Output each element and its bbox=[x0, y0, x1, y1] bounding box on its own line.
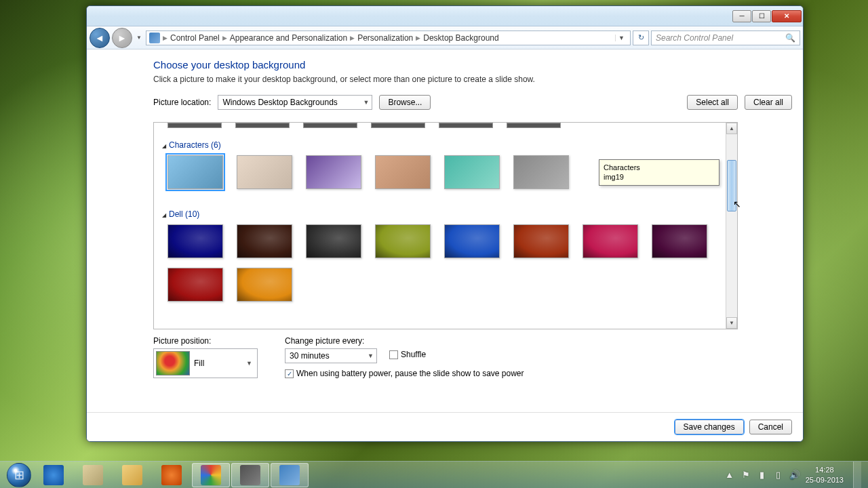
wallpaper-thumb[interactable] bbox=[167, 268, 223, 302]
minimize-button[interactable]: ─ bbox=[732, 10, 751, 22]
footer: Save changes Cancel bbox=[87, 412, 803, 441]
wallpaper-thumb-peek[interactable] bbox=[167, 123, 222, 128]
wallpaper-thumb-peek[interactable] bbox=[507, 123, 561, 128]
taskbar-ie[interactable] bbox=[35, 463, 73, 487]
scroll-down-button[interactable]: ▼ bbox=[726, 317, 737, 329]
taskbar: ▲ ⚑ ▮ ▯ 🔊 14:28 25-09-2013 bbox=[0, 461, 868, 488]
crumb-sep-icon: ▶ bbox=[163, 35, 167, 41]
chevron-down-icon: ▼ bbox=[359, 99, 369, 106]
picture-location-value: Windows Desktop Backgrounds bbox=[222, 98, 337, 107]
battery-label: When using battery power, pause the slid… bbox=[296, 369, 524, 378]
page-title: Choose your desktop background bbox=[153, 59, 792, 70]
taskbar-chrome[interactable] bbox=[192, 463, 230, 487]
content-area: Choose your desktop background Click a p… bbox=[87, 49, 803, 441]
taskbar-camera[interactable] bbox=[231, 463, 269, 487]
close-button[interactable]: ✕ bbox=[772, 10, 802, 22]
back-button[interactable]: ◄ bbox=[90, 28, 110, 48]
wallpaper-thumb-peek[interactable] bbox=[235, 123, 290, 128]
wallpaper-thumb[interactable] bbox=[375, 155, 431, 189]
battery-checkbox[interactable]: ✓ bbox=[285, 369, 294, 378]
wallpaper-gallery: ◢Characters (6) Characters img19 ◢Dell (… bbox=[153, 122, 738, 329]
wallpaper-thumb[interactable] bbox=[306, 224, 361, 258]
shuffle-checkbox[interactable] bbox=[389, 350, 398, 359]
wallpaper-thumb[interactable] bbox=[444, 224, 500, 258]
wallpaper-thumb[interactable] bbox=[652, 224, 707, 258]
change-every-value: 30 minutes bbox=[290, 351, 330, 361]
change-every-combo[interactable]: 30 minutes ▼ bbox=[285, 348, 377, 363]
history-dropdown[interactable]: ▼ bbox=[134, 31, 144, 45]
wallpaper-thumb[interactable] bbox=[375, 224, 431, 258]
cancel-button[interactable]: Cancel bbox=[749, 420, 792, 434]
refresh-button[interactable]: ↻ bbox=[633, 30, 649, 45]
select-all-button[interactable]: Select all bbox=[687, 95, 738, 110]
titlebar: ─ ☐ ✕ bbox=[87, 6, 803, 26]
address-bar[interactable]: ▶ Control Panel ▶ Appearance and Persona… bbox=[146, 30, 631, 45]
crumb-desktop-background[interactable]: Desktop Background bbox=[423, 33, 498, 43]
wallpaper-thumb[interactable] bbox=[237, 268, 292, 302]
maximize-button[interactable]: ☐ bbox=[752, 10, 771, 22]
search-placeholder: Search Control Panel bbox=[656, 33, 733, 43]
position-preview-icon bbox=[156, 351, 190, 375]
scroll-track[interactable] bbox=[726, 134, 737, 317]
crumb-control-panel[interactable]: Control Panel bbox=[170, 33, 220, 43]
wallpaper-thumb[interactable] bbox=[513, 155, 569, 189]
wallpaper-thumb-peek[interactable] bbox=[371, 123, 425, 128]
tooltip: Characters img19 bbox=[599, 159, 719, 186]
notepad-icon bbox=[83, 465, 103, 485]
wallpaper-thumb[interactable] bbox=[444, 155, 500, 189]
tooltip-line1: Characters bbox=[604, 163, 715, 172]
taskbar-control-panel[interactable] bbox=[271, 463, 309, 487]
wallpaper-thumb[interactable] bbox=[306, 155, 361, 189]
wallpaper-thumb-peek[interactable] bbox=[439, 123, 493, 128]
taskbar-notepad[interactable] bbox=[74, 463, 112, 487]
start-button[interactable] bbox=[4, 462, 34, 489]
group-characters[interactable]: ◢Characters (6) bbox=[162, 140, 720, 150]
ie-icon bbox=[43, 465, 64, 485]
wallpaper-thumb-peek[interactable] bbox=[303, 123, 357, 128]
system-tray: ▲ ⚑ ▮ ▯ 🔊 14:28 25-09-2013 bbox=[724, 462, 864, 489]
volume-icon[interactable]: 🔊 bbox=[789, 470, 800, 481]
group-dell-label: Dell (10) bbox=[169, 209, 199, 219]
start-orb-icon bbox=[7, 463, 31, 487]
chrome-icon bbox=[201, 465, 221, 485]
wallpaper-thumb[interactable] bbox=[237, 155, 292, 189]
wallpaper-thumb[interactable] bbox=[167, 224, 223, 258]
clock-date: 25-09-2013 bbox=[806, 475, 844, 485]
scroll-up-button[interactable]: ▲ bbox=[726, 123, 737, 134]
scrollbar[interactable]: ▲ ▼ ↖ bbox=[726, 123, 737, 329]
picture-location-combo[interactable]: Windows Desktop Backgrounds ▼ bbox=[218, 95, 372, 110]
wallpaper-thumb[interactable] bbox=[237, 224, 292, 258]
page-subtitle: Click a picture to make it your desktop … bbox=[153, 75, 792, 84]
wallpaper-thumb[interactable] bbox=[167, 155, 223, 189]
show-desktop-button[interactable] bbox=[853, 462, 861, 489]
picture-position-combo[interactable]: Fill ▼ bbox=[153, 348, 258, 378]
scroll-thumb[interactable] bbox=[727, 160, 736, 211]
tray-up-icon[interactable]: ▲ bbox=[724, 470, 735, 481]
chevron-down-icon: ▼ bbox=[246, 360, 255, 367]
taskbar-explorer[interactable] bbox=[113, 463, 151, 487]
clock[interactable]: 14:28 25-09-2013 bbox=[806, 465, 844, 485]
wallpaper-thumb[interactable] bbox=[583, 224, 638, 258]
network-icon[interactable]: ▯ bbox=[773, 470, 784, 481]
crumb-sep-icon: ▶ bbox=[416, 35, 420, 41]
collapse-icon: ◢ bbox=[162, 212, 166, 218]
search-input[interactable]: Search Control Panel 🔍 bbox=[651, 30, 800, 45]
crumb-sep-icon: ▶ bbox=[222, 35, 227, 41]
browse-button[interactable]: Browse... bbox=[379, 95, 431, 110]
save-button[interactable]: Save changes bbox=[675, 420, 744, 434]
address-dropdown[interactable]: ▼ bbox=[615, 35, 627, 41]
battery-icon[interactable]: ▮ bbox=[757, 470, 768, 481]
control-panel-icon bbox=[279, 465, 300, 485]
wallpaper-thumb[interactable] bbox=[513, 224, 569, 258]
forward-button[interactable]: ► bbox=[112, 28, 132, 48]
taskbar-media[interactable] bbox=[153, 463, 191, 487]
picture-location-label: Picture location: bbox=[153, 98, 211, 107]
shuffle-label: Shuffle bbox=[401, 350, 426, 359]
group-dell[interactable]: ◢Dell (10) bbox=[162, 209, 720, 219]
flag-icon[interactable]: ⚑ bbox=[741, 470, 751, 481]
clear-all-button[interactable]: Clear all bbox=[745, 95, 792, 110]
navbar: ◄ ► ▼ ▶ Control Panel ▶ Appearance and P… bbox=[87, 26, 803, 49]
clock-time: 14:28 bbox=[806, 465, 844, 474]
crumb-appearance[interactable]: Appearance and Personalization bbox=[230, 33, 347, 43]
crumb-personalization[interactable]: Personalization bbox=[357, 33, 413, 43]
